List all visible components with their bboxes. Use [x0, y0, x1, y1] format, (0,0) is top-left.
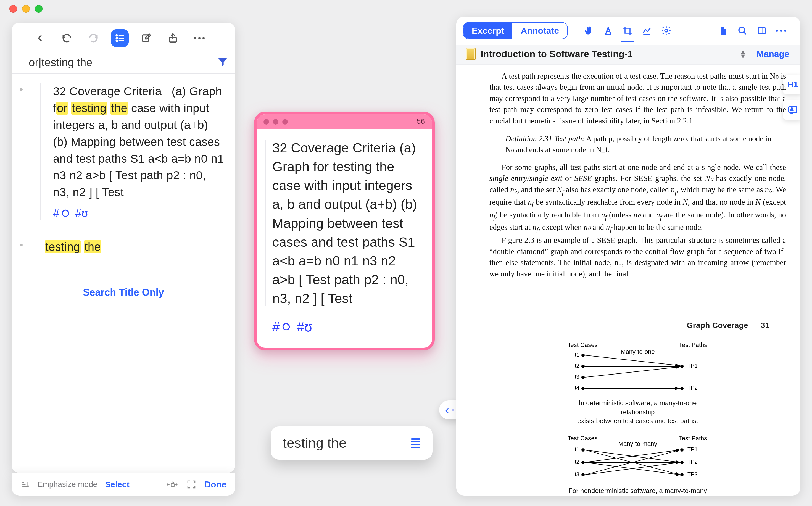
search-button[interactable] [734, 22, 751, 39]
ellipsis-icon [776, 29, 786, 32]
svg-point-24 [581, 353, 585, 357]
search-title-only-button[interactable]: Search Title Only [12, 271, 235, 464]
paragraph: For some graphs, all test paths start at… [489, 162, 786, 235]
svg-text:Test Paths: Test Paths [679, 341, 707, 348]
paragraph: A test path represents the execution of … [489, 71, 786, 126]
outline-bottom-bar: Emphasize mode Select Done [12, 474, 235, 496]
undo-button[interactable] [58, 29, 76, 47]
result-indent-bar [40, 83, 41, 220]
highlight-card-header: 56 [257, 114, 432, 129]
svg-text:t3: t3 [575, 471, 579, 477]
tag-upsilon[interactable]: #ʊ [75, 207, 88, 220]
svg-text:t1: t1 [575, 446, 579, 452]
svg-point-14 [739, 27, 745, 33]
svg-text:TP3: TP3 [688, 471, 698, 477]
chart-button[interactable] [639, 22, 655, 39]
mode-segmented-control: Excerpt Annotate [463, 22, 568, 39]
more-button[interactable] [191, 29, 208, 47]
book-icon [466, 48, 476, 60]
sort-icon[interactable] [20, 480, 30, 489]
segment-excerpt[interactable]: Excerpt [463, 23, 512, 39]
svg-point-28 [581, 375, 585, 379]
dot-icon [452, 409, 454, 411]
manage-button[interactable]: Manage [756, 49, 789, 59]
zoom-window-button[interactable] [35, 5, 42, 13]
more-button[interactable] [773, 22, 789, 39]
svg-text:Many-to-many: Many-to-many [618, 440, 657, 447]
text-style-button[interactable] [600, 22, 617, 39]
svg-point-10 [283, 324, 289, 330]
svg-point-33 [680, 387, 684, 390]
sort-toggle-icon[interactable]: ▴▾ [741, 49, 745, 59]
svg-rect-9 [171, 484, 175, 487]
svg-line-35 [585, 355, 680, 366]
svg-text:Test Cases: Test Cases [567, 341, 598, 348]
filter-button[interactable] [216, 56, 229, 69]
floating-note-pill[interactable]: testing the [271, 426, 433, 459]
drag-handle-icon[interactable] [411, 438, 420, 448]
highlight-card-tags: # #ʊ [272, 319, 420, 334]
share-button[interactable] [164, 29, 182, 47]
segment-annotate[interactable]: Annotate [512, 23, 567, 39]
svg-text:t2: t2 [575, 459, 579, 465]
svg-text:t3: t3 [575, 374, 579, 380]
svg-text:Test Paths: Test Paths [679, 435, 707, 442]
select-button[interactable]: Select [105, 480, 129, 489]
document-title[interactable]: Introduction to Software Testing-1 [480, 49, 736, 59]
sidebar-button[interactable] [753, 22, 770, 39]
close-window-button[interactable] [9, 5, 17, 13]
svg-text:t4: t4 [575, 385, 579, 391]
figure-many-to-one: Test Cases Test Paths Many-to-one t1 t2 … [566, 341, 710, 425]
card-traffic-dots [264, 119, 288, 124]
search-result[interactable]: testing the [12, 229, 235, 271]
svg-text:TP1: TP1 [688, 446, 698, 452]
document-title-row: Introduction to Software Testing-1 ▴▾ Ma… [456, 45, 800, 65]
outline-toolbar [12, 23, 235, 54]
highlight-card[interactable]: 56 32 Coverage Criteria (a) Graph for te… [254, 111, 435, 350]
svg-point-8 [63, 210, 69, 217]
paragraph: Figure 2.3 is an example of a SESE graph… [489, 235, 786, 279]
page-running-header: Graph Coverage 31 [489, 321, 770, 330]
card-page-number: 56 [417, 117, 425, 126]
svg-point-26 [581, 364, 585, 368]
result-tags: # #ʊ [53, 207, 225, 220]
tag-circle[interactable]: # [272, 319, 291, 334]
svg-text:t2: t2 [575, 363, 579, 369]
result-text: testing the [45, 239, 225, 255]
ellipsis-icon [194, 37, 205, 39]
result-text: 32 Coverage Criteria (a) Graph for testi… [53, 83, 225, 201]
svg-point-4 [116, 40, 117, 42]
svg-point-52 [680, 473, 684, 477]
reader-toolbar: Excerpt Annotate [456, 17, 800, 45]
svg-point-50 [680, 461, 684, 464]
settings-button[interactable] [658, 22, 674, 39]
emphasize-mode-label: Emphasize mode [37, 480, 97, 489]
lock-sync-icon[interactable] [166, 480, 178, 489]
expand-icon[interactable] [186, 479, 197, 490]
svg-text:TP1: TP1 [688, 363, 698, 369]
svg-point-48 [680, 448, 684, 451]
svg-point-2 [116, 37, 117, 39]
tag-circle[interactable]: # [53, 207, 70, 220]
figure-caption: For nondeterministic software, a many-to… [566, 486, 710, 496]
back-button[interactable] [31, 29, 49, 47]
outline-list-button[interactable] [111, 29, 129, 47]
search-result[interactable]: 32 Coverage Criteria (a) Graph for testi… [12, 74, 235, 229]
svg-text:Many-to-one: Many-to-one [621, 348, 655, 355]
figure-caption: In deterministic software, a many-to-one… [566, 399, 710, 425]
redo-button[interactable] [85, 29, 102, 47]
minimize-window-button[interactable] [22, 5, 30, 13]
done-button[interactable]: Done [204, 480, 227, 490]
tag-upsilon[interactable]: #ʊ [297, 319, 312, 334]
svg-text:TP2: TP2 [688, 385, 698, 391]
svg-text:Test Cases: Test Cases [567, 435, 598, 442]
definition-block: Definition 2.31 Test path: A path p, pos… [506, 133, 775, 155]
figure-many-to-many: Test Cases Test Paths Many-to-many t1 t2… [566, 435, 710, 496]
crop-button[interactable] [619, 22, 636, 39]
document-button[interactable] [715, 22, 731, 39]
reader-body[interactable]: A test path represents the execution of … [456, 65, 800, 496]
hand-tool-button[interactable] [580, 22, 597, 39]
floating-note-text: testing the [283, 435, 411, 451]
search-input[interactable] [28, 56, 216, 69]
compose-button[interactable] [138, 29, 155, 47]
